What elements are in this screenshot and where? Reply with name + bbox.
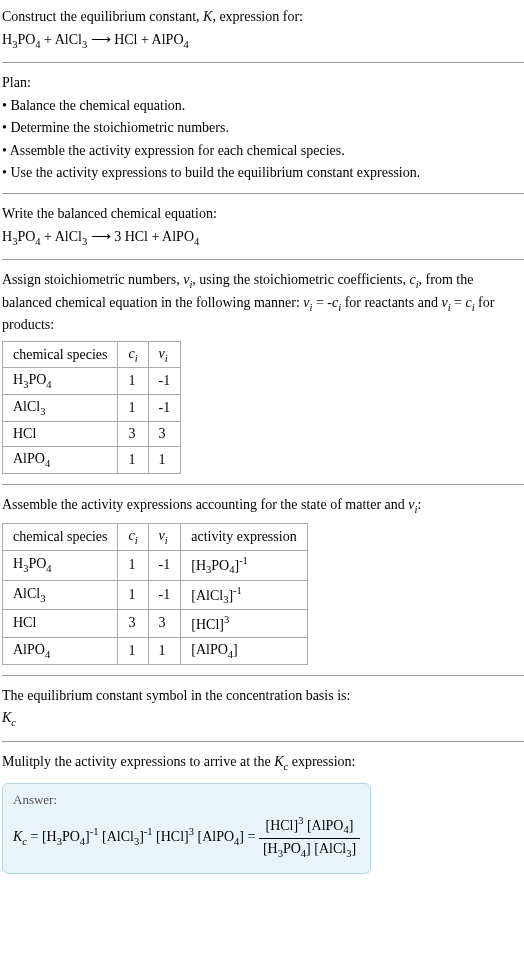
unbalanced-equation: H3PO4 + AlCl3 ⟶ HCl + AlPO4 <box>2 30 524 52</box>
table-row: H3PO4 1 -1 [H3PO4]-1 <box>3 551 308 580</box>
kc-denominator: [H3PO4] [AlCl3] <box>259 839 360 861</box>
cell-ci: 3 <box>118 422 148 447</box>
cell-ci: 1 <box>118 551 148 580</box>
table-row: AlPO4 1 1 <box>3 447 181 474</box>
kc-fraction: [HCl]3 [AlPO4] [H3PO4] [AlCl3] <box>259 814 360 862</box>
col-header: νi <box>148 341 181 368</box>
cell-nui: -1 <box>148 551 181 580</box>
col-header: ci <box>118 524 148 551</box>
table-header-row: chemical species ci νi activity expressi… <box>3 524 308 551</box>
balanced-equation: H3PO4 + AlCl3 ⟶ 3 HCl + AlPO4 <box>2 227 524 249</box>
plan-title: Plan: <box>2 73 524 93</box>
cell-species: H3PO4 <box>3 551 118 580</box>
kc-lhs: Kc = [H3PO4]-1 [AlCl3]-1 [HCl]3 [AlPO4] … <box>13 829 259 844</box>
stoich-table: chemical species ci νi H3PO4 1 -1 AlCl3 … <box>2 341 181 474</box>
table-row: HCl 3 3 [HCl]3 <box>3 610 308 638</box>
col-header: νi <box>148 524 181 551</box>
cell-activity: [H3PO4]-1 <box>181 551 307 580</box>
symbol-kc: Kc <box>2 708 524 730</box>
answer-box: Answer: Kc = [H3PO4]-1 [AlCl3]-1 [HCl]3 … <box>2 783 371 874</box>
cell-activity: [AlPO4] <box>181 637 307 664</box>
cell-ci: 1 <box>118 368 148 395</box>
cell-species: AlPO4 <box>3 637 118 664</box>
cell-ci: 1 <box>118 580 148 609</box>
divider <box>2 741 524 742</box>
table-row: AlCl3 1 -1 <box>3 395 181 422</box>
activity-table: chemical species ci νi activity expressi… <box>2 523 308 664</box>
cell-nui: 3 <box>148 610 181 638</box>
plan-item: • Assemble the activity expression for e… <box>2 141 524 161</box>
kc-expression: Kc = [H3PO4]-1 [AlCl3]-1 [HCl]3 [AlPO4] … <box>13 814 360 862</box>
cell-species: H3PO4 <box>3 368 118 395</box>
divider <box>2 484 524 485</box>
multiply-intro: Mulitply the activity expressions to arr… <box>2 752 524 774</box>
balanced-title: Write the balanced chemical equation: <box>2 204 524 224</box>
cell-activity: [AlCl3]-1 <box>181 580 307 609</box>
table-row: AlPO4 1 1 [AlPO4] <box>3 637 308 664</box>
divider <box>2 259 524 260</box>
divider <box>2 62 524 63</box>
divider <box>2 675 524 676</box>
cell-nui: -1 <box>148 395 181 422</box>
col-header: ci <box>118 341 148 368</box>
cell-nui: 1 <box>148 447 181 474</box>
cell-nui: -1 <box>148 368 181 395</box>
cell-ci: 3 <box>118 610 148 638</box>
cell-species: HCl <box>3 422 118 447</box>
kc-numerator: [HCl]3 [AlPO4] <box>259 814 360 839</box>
cell-ci: 1 <box>118 637 148 664</box>
cell-activity: [HCl]3 <box>181 610 307 638</box>
cell-ci: 1 <box>118 395 148 422</box>
plan-item: • Balance the chemical equation. <box>2 96 524 116</box>
divider <box>2 193 524 194</box>
col-header: activity expression <box>181 524 307 551</box>
plan-item: • Determine the stoichiometric numbers. <box>2 118 524 138</box>
prompt-title: Construct the equilibrium constant, K, e… <box>2 7 524 27</box>
cell-ci: 1 <box>118 447 148 474</box>
cell-nui: 3 <box>148 422 181 447</box>
table-row: AlCl3 1 -1 [AlCl3]-1 <box>3 580 308 609</box>
table-row: H3PO4 1 -1 <box>3 368 181 395</box>
plan-item: • Use the activity expressions to build … <box>2 163 524 183</box>
activity-intro: Assemble the activity expressions accoun… <box>2 495 524 517</box>
table-row: HCl 3 3 <box>3 422 181 447</box>
col-header: chemical species <box>3 341 118 368</box>
cell-species: AlCl3 <box>3 395 118 422</box>
table-header-row: chemical species ci νi <box>3 341 181 368</box>
cell-species: AlCl3 <box>3 580 118 609</box>
cell-nui: -1 <box>148 580 181 609</box>
symbol-intro: The equilibrium constant symbol in the c… <box>2 686 524 706</box>
answer-label: Answer: <box>13 792 360 808</box>
col-header: chemical species <box>3 524 118 551</box>
cell-nui: 1 <box>148 637 181 664</box>
stoich-intro: Assign stoichiometric numbers, νi, using… <box>2 270 524 335</box>
cell-species: AlPO4 <box>3 447 118 474</box>
cell-species: HCl <box>3 610 118 638</box>
